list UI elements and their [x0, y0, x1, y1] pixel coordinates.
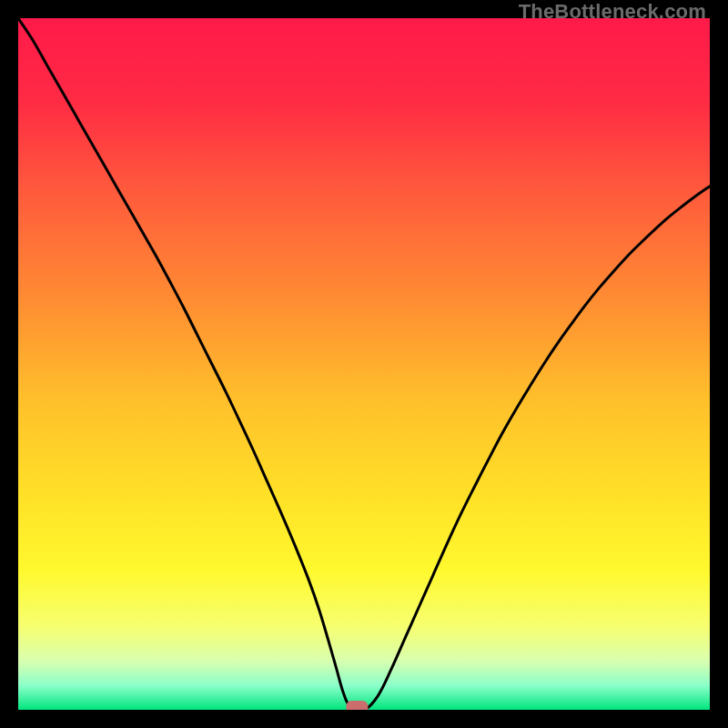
- watermark-text: TheBottleneck.com: [519, 0, 706, 24]
- gradient-background: [18, 18, 710, 710]
- optimal-point-marker: [346, 701, 368, 710]
- chart-frame: TheBottleneck.com: [0, 0, 728, 728]
- bottleneck-chart: [18, 18, 710, 710]
